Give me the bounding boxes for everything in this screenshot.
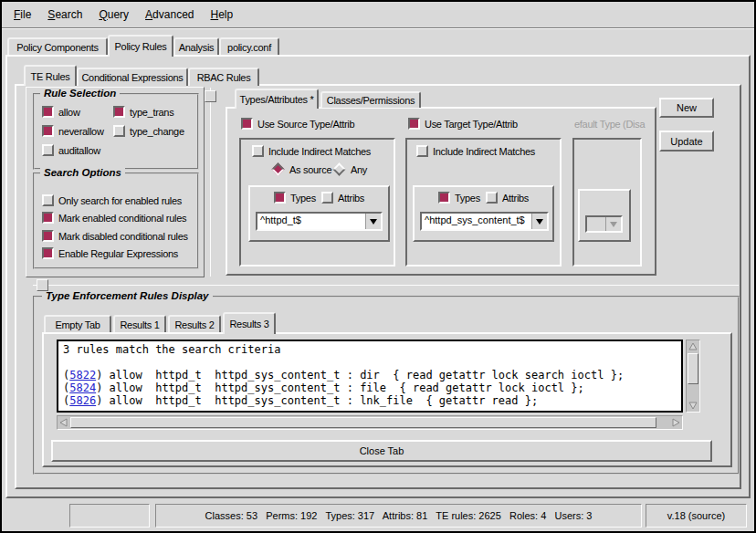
rule-id-link[interactable]: 5824 xyxy=(69,381,96,394)
rule-selection-title: Rule Selection xyxy=(40,88,120,99)
checkbox-label: Mark enabled conditional rules xyxy=(58,213,186,224)
scroll-right-icon[interactable] xyxy=(670,417,682,428)
radio-as-source[interactable]: As source xyxy=(271,162,331,176)
menu-advanced[interactable]: Advanced xyxy=(137,3,202,26)
scroll-down-icon[interactable] xyxy=(688,400,698,412)
default-type-label: efault Type (Disa xyxy=(574,119,646,131)
checkbox-allow[interactable]: allow xyxy=(42,105,80,119)
source-type-combobox[interactable]: ^httpd_t$ xyxy=(256,212,383,231)
tab-te-rules[interactable]: TE Rules xyxy=(24,65,77,86)
default-type-combobox xyxy=(585,215,623,233)
tab-policy-rules[interactable]: Policy Rules xyxy=(108,35,173,57)
menu-file[interactable]: File xyxy=(5,3,39,26)
checkbox-indicator xyxy=(42,125,54,137)
checkbox-indicator xyxy=(274,192,286,204)
scroll-up-icon[interactable] xyxy=(688,340,698,352)
results-text[interactable]: 3 rules match the search criteria (5822)… xyxy=(57,340,683,413)
status-panel-version: v.18 (source) xyxy=(646,504,747,528)
menu-query[interactable]: Query xyxy=(90,3,137,26)
checkbox-indicator xyxy=(113,106,125,118)
checkbox-indicator xyxy=(438,192,450,204)
checkbox-target-include-indirect[interactable]: Include Indirect Matches xyxy=(416,144,535,158)
checkbox-indicator xyxy=(42,194,54,206)
tab-rbac-rules[interactable]: RBAC Rules xyxy=(188,68,259,86)
checkbox-auditallow[interactable]: auditallow xyxy=(42,143,100,157)
tab-results-2[interactable]: Results 2 xyxy=(168,315,221,332)
checkbox-label: Enable Regular Expressions xyxy=(58,248,178,259)
checkbox-use-target-type[interactable]: Use Target Type/Attrib xyxy=(408,117,518,131)
source-type-combobox-value[interactable]: ^httpd_t$ xyxy=(257,214,365,229)
checkbox-label: auditallow xyxy=(58,145,100,156)
checkbox-target-types[interactable]: Types xyxy=(438,191,480,204)
vertical-sash[interactable] xyxy=(210,88,211,277)
checkbox-label: allow xyxy=(58,107,80,118)
tab-conditional-expressions[interactable]: Conditional Expressions xyxy=(77,68,188,86)
checkbox-label: Mark disabled conditional rules xyxy=(58,231,188,242)
horizontal-sash-handle[interactable] xyxy=(37,279,48,291)
combobox-dropdown-icon[interactable] xyxy=(365,214,381,229)
vertical-scroll-thumb[interactable] xyxy=(688,353,698,384)
checkbox-source-types[interactable]: Types xyxy=(274,191,316,204)
checkbox-label: neverallow xyxy=(58,126,104,137)
checkbox-indicator xyxy=(42,230,54,242)
rule-id-link[interactable]: 5826 xyxy=(69,394,96,407)
result-rule-line: (5822) allow httpd_t httpd_sys_content_t… xyxy=(63,369,677,381)
scroll-left-icon[interactable] xyxy=(58,417,69,428)
tab-results-3[interactable]: Results 3 xyxy=(223,312,276,334)
horizontal-sash[interactable] xyxy=(33,285,739,286)
search-options-title: Search Options xyxy=(40,167,125,178)
menu-search[interactable]: Search xyxy=(39,3,90,26)
checkbox-indicator xyxy=(42,212,54,224)
checkbox-indicator xyxy=(42,247,54,259)
menu-bar: File Search Query Advanced Help xyxy=(2,2,754,27)
horizontal-scrollbar[interactable] xyxy=(57,415,683,430)
checkbox-source-attribs[interactable]: Attribs xyxy=(321,191,364,204)
tab-results-1[interactable]: Results 1 xyxy=(113,315,166,332)
checkbox-use-source-type[interactable]: Use Source Type/Attrib xyxy=(241,117,354,131)
result-rule-line: (5824) allow httpd_t httpd_sys_content_t… xyxy=(63,381,677,394)
combobox-dropdown-icon xyxy=(605,217,621,231)
te-display-title: Type Enforcement Rules Display xyxy=(42,290,213,301)
rule-text: allow httpd_t httpd_sys_content_t : lnk_… xyxy=(110,394,539,407)
checkbox-source-include-indirect[interactable]: Include Indirect Matches xyxy=(252,144,371,158)
paren: ) xyxy=(96,369,109,381)
rule-text: allow httpd_t httpd_sys_content_t : dir … xyxy=(110,369,625,381)
combobox-dropdown-icon[interactable] xyxy=(531,214,547,229)
rule-id-link[interactable]: 5822 xyxy=(69,369,96,381)
target-type-combobox[interactable]: ^httpd_sys_content_t$ xyxy=(420,212,549,231)
checkbox-mark-disabled-conditional[interactable]: Mark disabled conditional rules xyxy=(42,229,188,243)
tab-types-attributes[interactable]: Types/Attributes * xyxy=(235,89,319,109)
checkbox-label: Only search for enabled rules xyxy=(58,195,182,206)
vertical-scrollbar[interactable] xyxy=(686,340,700,413)
apol-window: File Search Query Advanced Help Policy C… xyxy=(0,0,756,533)
checkbox-mark-enabled-conditional[interactable]: Mark enabled conditional rules xyxy=(42,211,186,225)
checkbox-neverallow[interactable]: neverallow xyxy=(42,124,104,138)
target-type-combobox-value[interactable]: ^httpd_sys_content_t$ xyxy=(422,214,531,229)
checkbox-label: Use Source Type/Attrib xyxy=(257,119,354,130)
radio-indicator xyxy=(271,162,284,175)
menu-help[interactable]: Help xyxy=(202,3,241,26)
close-tab-button[interactable]: Close Tab xyxy=(51,440,712,462)
tab-empty-tab[interactable]: Empty Tab xyxy=(44,315,111,332)
checkbox-type-change[interactable]: type_change xyxy=(113,124,184,138)
checkbox-target-attribs[interactable]: Attribs xyxy=(486,191,529,204)
paren: ) xyxy=(96,394,109,407)
checkbox-type-trans[interactable]: type_trans xyxy=(113,105,173,119)
tab-analysis[interactable]: Analysis xyxy=(173,37,219,55)
update-button[interactable]: Update xyxy=(659,131,714,152)
new-button[interactable]: New xyxy=(659,98,714,118)
checkbox-label: type_change xyxy=(130,126,184,137)
tab-policy-conf[interactable]: policy.conf xyxy=(219,37,279,55)
menubar-divider xyxy=(2,27,754,29)
checkbox-enable-regex[interactable]: Enable Regular Expressions xyxy=(42,246,178,260)
radio-any[interactable]: Any xyxy=(332,162,367,176)
tab-policy-components[interactable]: Policy Components xyxy=(7,37,108,55)
checkbox-label: Attribs xyxy=(338,193,364,204)
rule-text: allow httpd_t httpd_sys_content_t : file… xyxy=(110,381,584,394)
horizontal-scroll-thumb[interactable] xyxy=(70,417,656,428)
checkbox-only-enabled-rules[interactable]: Only search for enabled rules xyxy=(42,193,182,207)
status-counts: Classes: 53 Perms: 192 Types: 317 Attrib… xyxy=(205,510,593,521)
checkbox-indicator xyxy=(321,192,333,204)
tab-classes-permissions[interactable]: Classes/Permissions xyxy=(320,91,421,108)
vertical-sash-handle[interactable] xyxy=(205,90,216,102)
